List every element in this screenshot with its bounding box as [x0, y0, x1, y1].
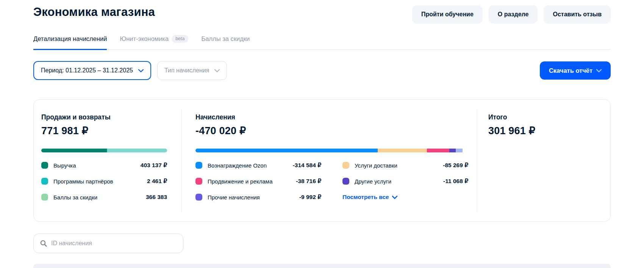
partner-programs-swatch — [41, 178, 48, 185]
legend-row-promotion: Продвижение и реклама -38 716 ₽ — [195, 173, 321, 189]
chevron-down-icon — [392, 196, 397, 199]
period-select-label: Период: 01.12.2025 – 31.12.2025 — [41, 67, 133, 74]
beta-badge: beta — [172, 35, 188, 43]
sales-stacked-bar — [41, 149, 167, 152]
charge-type-select[interactable]: Тип начисления — [157, 61, 227, 80]
total-value: 301 961 ₽ — [488, 125, 535, 137]
sales-legend: Выручка 403 137 ₽ Программы партнёров 2 … — [41, 157, 167, 205]
filter-bar: Период: 01.12.2025 – 31.12.2025 Тип начи… — [33, 61, 227, 80]
download-report-button[interactable]: Скачать отчёт — [540, 61, 611, 80]
legend-label: Выручка — [53, 162, 76, 169]
bar-segment — [449, 149, 456, 152]
feedback-button[interactable]: Оставить отзыв — [544, 5, 611, 24]
download-report-label: Скачать отчёт — [549, 67, 592, 74]
charge-id-search — [33, 234, 183, 253]
bar-segment — [427, 149, 449, 152]
page-title: Экономика магазина — [33, 5, 155, 19]
tab-discount-points-label: Баллы за скидки — [201, 35, 250, 42]
divider — [181, 109, 182, 212]
legend-label: Другие услуги — [355, 178, 391, 185]
charge-id-search-input[interactable] — [51, 240, 177, 247]
legend-row-revenue: Выручка 403 137 ₽ — [41, 157, 167, 173]
other-services-swatch — [342, 178, 349, 185]
legend-row-delivery-services: Услуги доставки -85 269 ₽ — [342, 157, 468, 173]
legend-row-partner-programs: Программы партнёров 2 461 ₽ — [41, 173, 167, 189]
ozon-fee-swatch — [195, 162, 202, 169]
revenue-swatch — [41, 162, 48, 169]
legend-row-other-services: Другие услуги -11 068 ₽ — [342, 173, 468, 189]
charge-type-select-label: Тип начисления — [164, 67, 209, 74]
sales-total-value: 771 981 ₽ — [41, 125, 88, 137]
tab-discount-points[interactable]: Баллы за скидки — [201, 35, 250, 50]
page: Экономика магазина Пройти обучение О раз… — [0, 0, 644, 268]
charges-section-title: Начисления — [195, 113, 235, 121]
tab-unit-economics-label: Юнит-экономика — [120, 35, 169, 42]
tab-bar: Детализация начислений Юнит-экономика be… — [33, 35, 611, 50]
tab-detalization[interactable]: Детализация начислений — [33, 35, 107, 50]
charges-legend-left: Вознаграждение Ozon -314 584 ₽ Продвижен… — [195, 157, 321, 205]
view-all-link[interactable]: Посмотреть все — [342, 189, 468, 205]
legend-value: 403 137 ₽ — [141, 162, 167, 169]
legend-value: -85 269 ₽ — [443, 162, 468, 169]
tab-unit-economics[interactable]: Юнит-экономика beta — [120, 35, 188, 50]
discount-points-swatch — [41, 194, 48, 201]
period-select[interactable]: Период: 01.12.2025 – 31.12.2025 — [33, 61, 151, 80]
chevron-down-icon — [596, 69, 602, 72]
promotion-swatch — [195, 178, 202, 185]
divider — [477, 109, 477, 212]
bar-segment — [195, 149, 378, 152]
delivery-services-swatch — [342, 162, 349, 169]
view-all-label: Посмотреть все — [342, 194, 389, 201]
other-charges-swatch — [195, 194, 202, 201]
legend-value: 2 461 ₽ — [147, 178, 167, 185]
economics-summary-card: Продажи и возвраты 771 981 ₽ Выручка 403… — [33, 99, 611, 222]
chevron-down-icon — [138, 69, 144, 72]
about-section-button[interactable]: О разделе — [489, 5, 538, 24]
legend-label: Вознаграждение Ozon — [208, 162, 267, 169]
tab-detalization-label: Детализация начислений — [33, 35, 107, 42]
next-section-top-edge — [33, 264, 611, 268]
bar-segment — [41, 149, 107, 152]
legend-value: 366 383 — [146, 194, 167, 201]
legend-value: -38 716 ₽ — [296, 178, 321, 185]
chevron-down-icon — [214, 69, 220, 72]
charges-legend-right: Услуги доставки -85 269 ₽ Другие услуги … — [342, 157, 468, 205]
legend-label: Прочие начисления — [208, 194, 260, 201]
legend-value: -314 584 ₽ — [293, 162, 321, 169]
header-actions: Пройти обучение О разделе Оставить отзыв — [412, 5, 611, 24]
legend-label: Баллы за скидки — [53, 194, 97, 201]
total-section-title: Итого — [488, 113, 507, 121]
training-button[interactable]: Пройти обучение — [412, 5, 483, 24]
legend-value: -11 068 ₽ — [443, 178, 468, 185]
bar-segment — [456, 149, 462, 152]
sales-section-title: Продажи и возвраты — [41, 113, 111, 121]
legend-label: Продвижение и реклама — [208, 178, 273, 185]
search-icon — [40, 240, 47, 247]
charges-total-value: -470 020 ₽ — [195, 125, 246, 137]
legend-row-other-charges: Прочие начисления -9 992 ₽ — [195, 189, 321, 205]
legend-label: Услуги доставки — [355, 162, 397, 169]
bar-segment — [107, 149, 167, 152]
legend-row-discount-points: Баллы за скидки 366 383 — [41, 189, 167, 205]
charges-stacked-bar — [195, 149, 468, 152]
legend-label: Программы партнёров — [53, 178, 113, 185]
legend-row-ozon-fee: Вознаграждение Ozon -314 584 ₽ — [195, 157, 321, 173]
bar-segment — [378, 149, 427, 152]
legend-value: -9 992 ₽ — [299, 194, 321, 201]
